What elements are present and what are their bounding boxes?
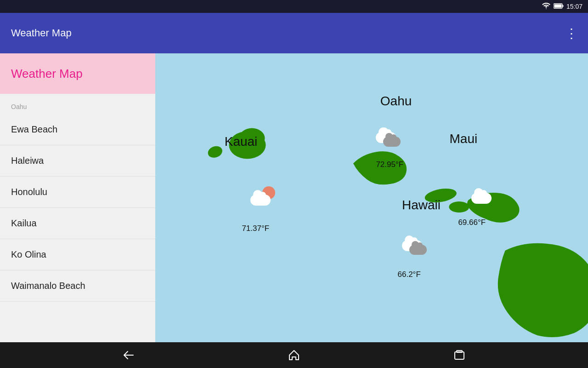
sidebar-title: Weather Map bbox=[11, 67, 83, 81]
hawaii-label: Hawaii bbox=[402, 198, 441, 213]
map-svg bbox=[155, 53, 588, 342]
main-container: Weather Map ⋮ Weather Map Oahu Ewa Beach… bbox=[0, 13, 588, 368]
maui-label: Maui bbox=[450, 132, 478, 146]
map-area: Oahu 72.95°F Kauai bbox=[155, 53, 588, 342]
time-display: 15:07 bbox=[566, 3, 582, 10]
status-bar: 15:07 bbox=[0, 0, 588, 13]
hawaii-weather-icon bbox=[402, 238, 427, 255]
sidebar: Weather Map Oahu Ewa Beach Haleiwa Honol… bbox=[0, 53, 155, 342]
status-bar-right: 15:07 bbox=[542, 3, 582, 11]
sidebar-item-ko-olina[interactable]: Ko Olina bbox=[0, 239, 155, 270]
sidebar-item-haleiwa[interactable]: Haleiwa bbox=[0, 145, 155, 177]
wifi-icon bbox=[542, 3, 551, 11]
more-options-button[interactable]: ⋮ bbox=[565, 26, 579, 41]
sidebar-item-honolulu[interactable]: Honolulu bbox=[0, 177, 155, 208]
oahu-label: Oahu bbox=[380, 94, 412, 109]
sidebar-section-oahu: Oahu bbox=[0, 94, 155, 114]
sidebar-item-waimanalo-beach[interactable]: Waimanalo Beach bbox=[0, 270, 155, 302]
oahu-temp: 72.95°F bbox=[376, 160, 403, 169]
battery-icon bbox=[554, 3, 564, 10]
back-button[interactable] bbox=[115, 346, 142, 364]
app-bar: Weather Map ⋮ bbox=[0, 13, 588, 53]
kauai-label: Kauai bbox=[225, 134, 258, 149]
maui-weather-icon bbox=[471, 189, 496, 206]
kauai-weather-icon bbox=[250, 186, 275, 206]
svg-point-3 bbox=[206, 144, 224, 160]
app-bar-title: Weather Map bbox=[9, 27, 565, 39]
oahu-weather-icon bbox=[376, 128, 401, 145]
content-area: Weather Map Oahu Ewa Beach Haleiwa Honol… bbox=[0, 53, 588, 342]
home-button[interactable] bbox=[280, 346, 308, 364]
svg-rect-2 bbox=[554, 4, 561, 7]
maui-temp: 69.66°F bbox=[458, 218, 486, 227]
kauai-temp: 71.37°F bbox=[242, 224, 269, 233]
sidebar-item-kailua[interactable]: Kailua bbox=[0, 208, 155, 239]
nav-bar bbox=[0, 342, 588, 368]
svg-point-7 bbox=[449, 201, 469, 213]
sidebar-item-ewa-beach[interactable]: Ewa Beach bbox=[0, 114, 155, 145]
svg-rect-1 bbox=[562, 5, 563, 7]
svg-rect-8 bbox=[455, 352, 464, 359]
hawaii-temp: 66.2°F bbox=[398, 270, 421, 279]
sidebar-header: Weather Map bbox=[0, 53, 155, 94]
recents-button[interactable] bbox=[446, 346, 473, 364]
